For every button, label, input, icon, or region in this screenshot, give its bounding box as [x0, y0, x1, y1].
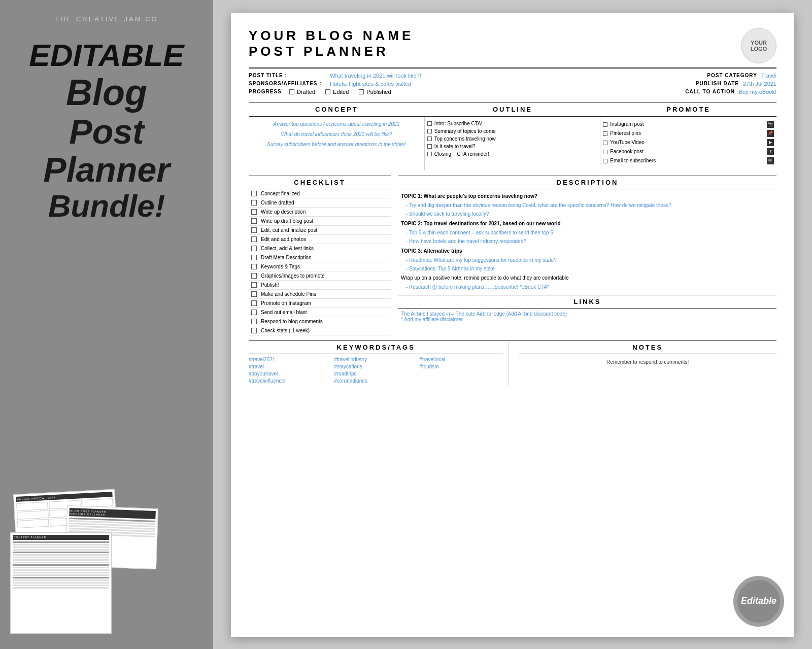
check-3[interactable] [251, 209, 257, 215]
three-cols: CONCEPT OUTLINE PROMOTE Answer top quest… [249, 102, 776, 170]
check-1[interactable] [251, 191, 257, 196]
outline-content: Intro: Subscribe CTA! Summary of topics … [425, 117, 601, 170]
check-13[interactable] [251, 300, 257, 306]
editable-badge: Editable [733, 576, 784, 627]
brand-name: THE CREATIVE JAM CO [55, 15, 158, 23]
check-5[interactable] [251, 227, 257, 233]
checkbox-promote-1[interactable] [603, 122, 607, 127]
checklist-item-3: Write up description [249, 208, 391, 217]
desc-bullet-1-1: Try and dig deeper than the obvious reas… [401, 201, 774, 209]
check-16[interactable] [251, 328, 257, 333]
check-10[interactable] [251, 273, 257, 279]
desc-topic-2: TOPIC 2: Top travel destinations for 202… [401, 220, 774, 227]
checklist-label-13: Promote on Instagram [261, 300, 311, 306]
left-title: EDITABLE Blog Post Planner Bundle! [10, 38, 203, 223]
logo-circle: YOURLOGO [741, 28, 776, 63]
progress-row: PROGRESS Drafted Edited Published [249, 89, 421, 95]
concept-item-1: Answer top questions / concerns about tr… [251, 121, 422, 128]
checklist-label-15: Respond to blog comments [261, 319, 323, 324]
lower-section: CHECKLIST Concept finalized Outline draf… [249, 176, 776, 335]
outline-item-5: Closing + CTA reminder! [427, 151, 598, 157]
checkbox-promote-3[interactable] [603, 141, 607, 145]
progress-edited-label: Edited [333, 89, 349, 95]
checklist-label-6: Edit and add photos [261, 236, 306, 242]
keyword-4: #travel [249, 364, 332, 369]
check-9[interactable] [251, 264, 257, 269]
outline-item-2: Summary of topics to come [427, 128, 598, 134]
mini-doc-content-header: CONTENT PLANNER [13, 535, 109, 540]
checkbox-drafted[interactable] [289, 89, 294, 94]
keyword-2: #travelindustry [334, 357, 418, 362]
checklist-item-8: Draft Meta Description [249, 253, 391, 262]
outline-header: OUTLINE [425, 103, 601, 117]
checkbox-outline-4[interactable] [427, 144, 432, 149]
doc-header: YOUR BLOG NAME POST PLANNER YOURLOGO [249, 28, 776, 63]
blog-name-line2: POST PLANNER [249, 44, 414, 59]
checkbox-outline-3[interactable] [427, 136, 432, 141]
cta-value: Buy my eBook! [739, 89, 776, 95]
notes-col: NOTES Remember to respond to comments! [517, 341, 777, 386]
checklist-label-5: Edit, cut and finalize post [261, 227, 317, 233]
check-12[interactable] [251, 291, 257, 297]
mini-line [13, 567, 109, 568]
checklist-label-4: Write up draft blog post [261, 218, 313, 224]
post-title-value: What traveling in 2021 will look like?! [330, 73, 421, 79]
link-2: * Add my affiliate disclaimer [401, 317, 774, 322]
post-title-row: POST TITLE : What traveling in 2021 will… [249, 73, 421, 79]
check-14[interactable] [251, 310, 257, 315]
promote-facebook-label: Facebook post [610, 149, 644, 154]
keyword-6: #tourism [419, 364, 503, 369]
publish-date-row: PUBLISH DATE 27th Jul 2021 [654, 81, 776, 87]
instagram-icon: 📷 [767, 121, 774, 128]
cta-label: CALL TO ACTION [654, 89, 735, 94]
cta-row: CALL TO ACTION Buy my eBook! [654, 89, 776, 95]
left-title-blog: Blog [10, 73, 203, 113]
check-2[interactable] [251, 200, 257, 206]
mini-line [13, 544, 109, 545]
check-8[interactable] [251, 255, 257, 260]
checklist-header: CHECKLIST [249, 176, 391, 189]
previews: ANNUAL REVIEW | 2021 BLOG POST PLANNERMO… [5, 492, 208, 634]
right-panel: YOUR BLOG NAME POST PLANNER YOURLOGO POS… [213, 0, 812, 649]
checklist-item-10: Graphics/images to promote [249, 271, 391, 281]
checkbox-outline-1[interactable] [427, 121, 432, 126]
publish-date-value: 27th Jul 2021 [743, 81, 776, 87]
check-15[interactable] [251, 319, 257, 324]
checkbox-outline-5[interactable] [427, 152, 432, 156]
check-11[interactable] [251, 282, 257, 288]
link-1: The Airbnb I stayed in – The cute Airbnb… [401, 311, 774, 317]
checkbox-promote-5[interactable] [603, 159, 607, 163]
sponsors-label: SPONSORS/AFFILIATES : [249, 81, 330, 86]
promote-instagram-label: Instagram post [610, 121, 644, 127]
outline-item-3: Top concerns traveling now [427, 136, 598, 142]
mini-cell [17, 510, 49, 520]
checklist-item-6: Edit and add photos [249, 235, 391, 244]
checkbox-published[interactable] [359, 89, 364, 94]
checklist-label-9: Keywords & Tags [261, 264, 300, 269]
description-header: DESCRIPTION [398, 176, 776, 189]
keywords-col: KEYWORDS/TAGS #travel2021 #travelindustr… [249, 341, 509, 386]
checkbox-outline-2[interactable] [427, 129, 432, 133]
checkbox-edited[interactable] [325, 89, 330, 94]
checkbox-promote-4[interactable] [603, 150, 607, 154]
promote-header: PROMOTE [600, 103, 776, 117]
check-7[interactable] [251, 246, 257, 251]
checkbox-promote-2[interactable] [603, 131, 607, 136]
promote-content: Instagram post 📷 Pinterest pins 📌 YouTub… [600, 117, 776, 170]
left-title-post-planner: Post Planner [10, 113, 203, 189]
mini-line [13, 554, 109, 556]
check-4[interactable] [251, 218, 257, 224]
concept-item-3: Survey subscribers before and answer que… [251, 141, 422, 148]
promote-instagram: Instagram post 📷 [603, 121, 774, 128]
concept-header: CONCEPT [249, 103, 425, 117]
checklist-label-3: Write up description [261, 209, 306, 215]
desc-bullet-1-2: Should we stick to traveling locally? [401, 210, 774, 218]
checklist-item-11: Publish! [249, 281, 391, 290]
checklist-label-8: Draft Meta Description [261, 255, 311, 260]
notes-text: Remember to respond to comments! [519, 354, 777, 370]
facebook-icon: f [767, 148, 774, 155]
keyword-3: #travellocal [419, 357, 503, 362]
publish-date-label: PUBLISH DATE [658, 81, 739, 86]
keyword-5: #staycations [334, 364, 418, 369]
check-6[interactable] [251, 236, 257, 242]
